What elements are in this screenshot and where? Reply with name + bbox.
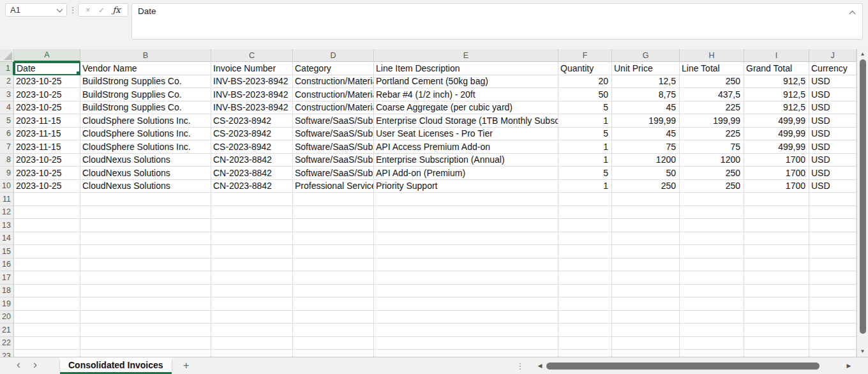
cell-D11[interactable]	[293, 193, 374, 206]
cell-B19[interactable]	[80, 297, 211, 311]
cell-D3[interactable]: Construction/Materials	[293, 88, 374, 101]
cell-C19[interactable]	[211, 297, 293, 311]
cell-G10[interactable]: 250	[612, 180, 680, 193]
cell-B11[interactable]	[80, 193, 211, 206]
row-header-19[interactable]: 19	[0, 297, 14, 311]
cell-C15[interactable]	[211, 245, 293, 258]
cell-G17[interactable]	[612, 271, 680, 285]
cell-F23[interactable]	[558, 350, 612, 357]
cell-C11[interactable]	[211, 193, 293, 206]
cell-C21[interactable]	[211, 324, 293, 337]
cell-A7[interactable]: 2023-11-15	[14, 140, 80, 154]
cell-H17[interactable]	[680, 271, 744, 285]
cell-G18[interactable]	[612, 285, 680, 298]
cell-G12[interactable]	[612, 206, 680, 220]
cell-H7[interactable]: 75	[680, 140, 744, 154]
cell-F20[interactable]	[558, 311, 612, 324]
cell-G21[interactable]	[612, 324, 680, 337]
cell-A19[interactable]	[14, 297, 80, 311]
cell-C16[interactable]	[211, 258, 293, 272]
cell-F4[interactable]: 5	[558, 101, 612, 115]
cell-J6[interactable]: USD	[809, 128, 857, 141]
cell-F10[interactable]: 1	[558, 180, 612, 193]
cell-F8[interactable]: 1	[558, 154, 612, 167]
cell-B12[interactable]	[80, 206, 211, 220]
cell-A3[interactable]: 2023-10-25	[14, 88, 80, 101]
cell-E7[interactable]: API Access Premium Add-on	[374, 140, 558, 154]
cell-D10[interactable]: Professional Services	[293, 180, 374, 193]
cell-I19[interactable]	[744, 297, 809, 311]
cell-A14[interactable]	[14, 232, 80, 246]
cell-F17[interactable]	[558, 271, 612, 285]
name-box[interactable]: A1	[5, 3, 67, 17]
cell-I6[interactable]: 499,99	[744, 128, 809, 141]
cell-F9[interactable]: 5	[558, 167, 612, 180]
grip-dots-icon[interactable]: ⋮	[516, 357, 525, 374]
cell-F18[interactable]	[558, 285, 612, 298]
cell-I1[interactable]: Grand Total	[744, 62, 809, 75]
cell-G23[interactable]	[612, 350, 680, 357]
cell-D2[interactable]: Construction/Materials	[293, 75, 374, 89]
cell-C18[interactable]	[211, 285, 293, 298]
cell-B21[interactable]	[80, 324, 211, 337]
cell-H18[interactable]	[680, 285, 744, 298]
cell-A8[interactable]: 2023-10-25	[14, 154, 80, 167]
cell-C13[interactable]	[211, 219, 293, 232]
row-header-21[interactable]: 21	[0, 324, 14, 337]
cell-E11[interactable]	[374, 193, 558, 206]
cell-B20[interactable]	[80, 311, 211, 324]
cell-B22[interactable]	[80, 337, 211, 350]
cell-H16[interactable]	[680, 258, 744, 272]
cell-D19[interactable]	[293, 297, 374, 311]
cell-I15[interactable]	[744, 245, 809, 258]
cell-F5[interactable]: 1	[558, 114, 612, 128]
cell-A22[interactable]	[14, 337, 80, 350]
cell-C20[interactable]	[211, 311, 293, 324]
cell-I9[interactable]: 1700	[744, 167, 809, 180]
cell-H20[interactable]	[680, 311, 744, 324]
column-header-B[interactable]: B	[80, 49, 211, 62]
cell-F16[interactable]	[558, 258, 612, 272]
cell-J7[interactable]: USD	[809, 140, 857, 154]
cell-B8[interactable]: CloudNexus Solutions	[80, 154, 211, 167]
cell-D8[interactable]: Software/SaaS/Subscriptions	[293, 154, 374, 167]
cell-G22[interactable]	[612, 337, 680, 350]
cell-A5[interactable]: 2023-11-15	[14, 114, 80, 128]
cell-E1[interactable]: Line Item Description	[374, 62, 558, 75]
cell-J8[interactable]: USD	[809, 154, 857, 167]
cell-F6[interactable]: 5	[558, 128, 612, 141]
cell-G4[interactable]: 45	[612, 101, 680, 115]
cell-C14[interactable]	[211, 232, 293, 246]
cell-H19[interactable]	[680, 297, 744, 311]
row-header-14[interactable]: 14	[0, 232, 14, 246]
cell-F12[interactable]	[558, 206, 612, 220]
cell-E4[interactable]: Coarse Aggregate (per cubic yard)	[374, 101, 558, 115]
cell-A18[interactable]	[14, 285, 80, 298]
column-header-H[interactable]: H	[680, 49, 744, 62]
cell-F11[interactable]	[558, 193, 612, 206]
cell-I16[interactable]	[744, 258, 809, 272]
cell-F7[interactable]: 1	[558, 140, 612, 154]
cell-F19[interactable]	[558, 297, 612, 311]
cell-H1[interactable]: Line Total	[680, 62, 744, 75]
cell-I14[interactable]	[744, 232, 809, 246]
cell-G19[interactable]	[612, 297, 680, 311]
cell-G1[interactable]: Unit Price	[612, 62, 680, 75]
cell-C9[interactable]: CN-2023-8842	[211, 167, 293, 180]
cell-H14[interactable]	[680, 232, 744, 246]
cell-C22[interactable]	[211, 337, 293, 350]
cell-G14[interactable]	[612, 232, 680, 246]
row-header-17[interactable]: 17	[0, 271, 14, 285]
cell-G16[interactable]	[612, 258, 680, 272]
cell-J11[interactable]	[809, 193, 857, 206]
add-sheet-icon[interactable]: +	[172, 357, 200, 374]
cell-D5[interactable]: Software/SaaS/Subscriptions	[293, 114, 374, 128]
cell-J10[interactable]: USD	[809, 180, 857, 193]
cell-H8[interactable]: 1200	[680, 154, 744, 167]
cell-F22[interactable]	[558, 337, 612, 350]
cell-A21[interactable]	[14, 324, 80, 337]
cell-E12[interactable]	[374, 206, 558, 220]
cell-C1[interactable]: Invoice Number	[211, 62, 293, 75]
cell-B23[interactable]	[80, 350, 211, 357]
cell-D7[interactable]: Software/SaaS/Subscriptions	[293, 140, 374, 154]
